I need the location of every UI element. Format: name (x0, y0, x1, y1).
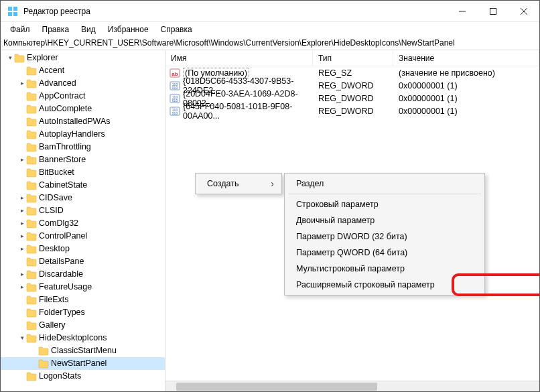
expander-icon[interactable]: ▸ (18, 192, 26, 204)
tree-label: AutoplayHandlers (39, 128, 108, 141)
ctx-item-qword-label: Параметр QWORD (64 бита) (296, 248, 407, 257)
close-button[interactable] (509, 1, 539, 22)
content-area: ▾ExplorerAccent▸AdvancedAppContractAutoC… (1, 50, 539, 391)
tree-label: BannerStore (39, 153, 88, 166)
tree-label: Discardable (39, 268, 86, 281)
tree-label: Desktop (39, 243, 72, 255)
expander-icon[interactable]: ▸ (18, 217, 26, 230)
value-data: 0x00000001 (1) (393, 107, 539, 116)
tree-item-classicstartmenu[interactable]: ClassicStartMenu (1, 344, 165, 357)
expander-icon[interactable]: ▸ (18, 153, 26, 166)
tree-item-foldertypes[interactable]: FolderTypes (1, 306, 165, 319)
menu-help[interactable]: Справка (155, 23, 198, 36)
ctx-item-binary-label: Двоичный параметр (296, 216, 375, 225)
tree-item-explorer[interactable]: ▾Explorer (1, 52, 165, 64)
tree-item-featureusage[interactable]: ▸FeatureUsage (1, 281, 165, 293)
value-type: REG_DWORD (313, 107, 393, 116)
tree-label: LogonStats (39, 370, 84, 383)
tree-item-fileexts[interactable]: FileExts (1, 293, 165, 306)
tree-label: Accent (39, 64, 67, 77)
tree-item-desktop[interactable]: ▸Desktop (1, 243, 165, 255)
tree-item-clsid[interactable]: ▸CLSID (1, 204, 165, 217)
expander-icon[interactable]: ▾ (6, 52, 14, 64)
context-menu-primary: Создать (195, 173, 282, 194)
tree-item-accent[interactable]: Accent (1, 64, 165, 77)
menu-edit[interactable]: Правка (37, 23, 75, 36)
value-name: {645FF040-5081-101B-9F08-00AA00... (183, 102, 313, 121)
tree-label: AutoComplete (39, 103, 94, 115)
tree-item-bannerstore[interactable]: ▸BannerStore (1, 153, 165, 166)
minimize-button[interactable] (447, 1, 478, 22)
col-header-value[interactable]: Значение (393, 50, 539, 66)
scrollbar-thumb[interactable] (176, 383, 377, 391)
ctx-item-binary[interactable]: Двоичный параметр (287, 212, 482, 228)
tree-item-bamthrottling[interactable]: BamThrottling (1, 141, 165, 153)
ctx-item-create-label: Создать (207, 179, 239, 188)
col-header-type[interactable]: Тип (313, 50, 393, 66)
svg-rect-5 (490, 8, 496, 14)
tree-item-comdlg32[interactable]: ▸ComDlg32 (1, 217, 165, 230)
expander-icon[interactable]: ▸ (18, 281, 26, 293)
col-header-name[interactable]: Имя (165, 50, 313, 66)
tree-item-gallery[interactable]: Gallery (1, 319, 165, 332)
expander-icon[interactable]: ▾ (18, 332, 26, 344)
expander-icon[interactable]: ▸ (18, 204, 26, 217)
ctx-item-string[interactable]: Строковый параметр (287, 196, 482, 212)
tree-label: AutoInstalledPWAs (39, 115, 113, 128)
tree-item-detailspane[interactable]: DetailsPane (1, 255, 165, 268)
tree-label: CLSID (39, 204, 66, 217)
menu-bar: Файл Правка Вид Избранное Справка (1, 22, 539, 37)
tree-label: AppContract (39, 90, 88, 103)
tree-label: ComDlg32 (39, 217, 81, 230)
window-title: Редактор реестра (23, 7, 447, 16)
ctx-item-section[interactable]: Раздел (287, 176, 482, 192)
ctx-item-create[interactable]: Создать (198, 176, 279, 192)
expander-icon[interactable]: ▸ (18, 230, 26, 243)
tree-label: FileExts (39, 293, 71, 306)
tree-label: ClassicStartMenu (51, 344, 119, 357)
ctx-item-expandstring[interactable]: Расширяемый строковый параметр (287, 277, 482, 293)
svg-rect-0 (8, 7, 12, 11)
tree-item-advanced[interactable]: ▸Advanced (1, 77, 165, 90)
ctx-item-qword[interactable]: Параметр QWORD (64 бита) (287, 245, 482, 261)
tree-label: FolderTypes (39, 306, 88, 319)
tree-label: NewStartPanel (51, 357, 109, 370)
expander-icon[interactable]: ▸ (18, 268, 26, 281)
tree-item-autoinstalledpwas[interactable]: AutoInstalledPWAs (1, 115, 165, 128)
expander-icon[interactable]: ▸ (18, 77, 26, 90)
value-type: REG_DWORD (313, 94, 393, 103)
tree-label: ControlPanel (39, 230, 90, 243)
horizontal-scrollbar[interactable] (165, 381, 539, 391)
tree-item-autoplayhandlers[interactable]: AutoplayHandlers (1, 128, 165, 141)
value-type: REG_SZ (313, 68, 393, 78)
tree-item-cidsave[interactable]: ▸CIDSave (1, 192, 165, 204)
ctx-item-section-label: Раздел (296, 179, 324, 188)
tree-pane[interactable]: ▾ExplorerAccent▸AdvancedAppContractAutoC… (1, 50, 165, 391)
value-data: 0x00000001 (1) (393, 94, 539, 103)
ctx-item-dword[interactable]: Параметр DWORD (32 бита) (287, 228, 482, 245)
tree-item-logonstats[interactable]: LogonStats (1, 370, 165, 383)
menu-favorites[interactable]: Избранное (103, 23, 154, 36)
tree-item-appcontract[interactable]: AppContract (1, 90, 165, 103)
ctx-separator (288, 194, 481, 194)
address-bar[interactable]: Компьютер\HKEY_CURRENT_USER\Software\Mic… (1, 37, 539, 50)
list-body[interactable]: ab(По умолчанию)REG_SZ(значение не присв… (165, 66, 539, 117)
menu-file[interactable]: Файл (5, 23, 36, 36)
maximize-button[interactable] (478, 1, 509, 22)
tree-item-discardable[interactable]: ▸Discardable (1, 268, 165, 281)
menu-view[interactable]: Вид (76, 23, 101, 36)
list-header: Имя Тип Значение (165, 50, 539, 66)
tree-item-autocomplete[interactable]: AutoComplete (1, 103, 165, 115)
context-menu-submenu: Раздел Строковый параметр Двоичный парам… (284, 173, 485, 296)
tree-item-bitbucket[interactable]: BitBucket (1, 166, 165, 179)
tree-item-cabinetstate[interactable]: CabinetState (1, 179, 165, 192)
tree-item-newstartpanel[interactable]: NewStartPanel (1, 357, 165, 370)
value-row[interactable]: 110010{645FF040-5081-101B-9F08-00AA00...… (165, 105, 539, 117)
tree-item-controlpanel[interactable]: ▸ControlPanel (1, 230, 165, 243)
value-type: REG_DWORD (313, 81, 393, 90)
address-text: Компьютер\HKEY_CURRENT_USER\Software\Mic… (3, 38, 455, 48)
tree-item-hidedesktopicons[interactable]: ▾HideDesktopIcons (1, 332, 165, 344)
expander-icon[interactable]: ▸ (18, 243, 26, 255)
tree-label: Advanced (39, 77, 79, 90)
ctx-item-multistring[interactable]: Мультистроковый параметр (287, 261, 482, 277)
